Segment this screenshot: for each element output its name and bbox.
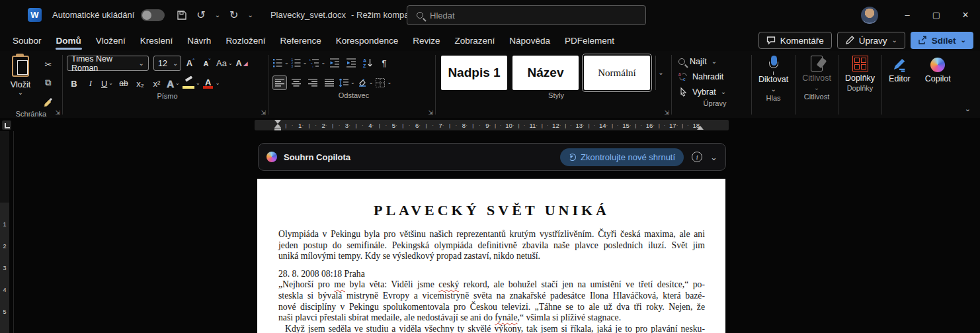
search-input[interactable]: Hledat: [407, 5, 646, 25]
paste-button[interactable]: Vložit ⌄: [5, 56, 36, 109]
qat-overflow-icon[interactable]: ⌄: [248, 12, 253, 19]
document-body: Olympiáda v Pekingu byla pro většinu naš…: [278, 229, 705, 333]
style-nadpis-1[interactable]: Nadpis 1: [441, 56, 507, 90]
select-button[interactable]: Vybrat ⌄: [678, 86, 751, 98]
tab-pdfelement[interactable]: PDFelement: [557, 32, 622, 50]
cut-button[interactable]: ✂: [41, 57, 56, 71]
replace-button[interactable]: b c Nahradit: [678, 71, 751, 83]
grow-font-button[interactable]: Aˆ: [183, 56, 198, 71]
align-right-icon: [307, 77, 318, 88]
align-left-button[interactable]: [272, 75, 287, 90]
search-placeholder: Hledat: [430, 11, 455, 21]
italic-button[interactable]: I: [83, 76, 98, 91]
show-marks-button[interactable]: ¶: [377, 56, 391, 70]
font-dialog-launcher[interactable]: ⇲: [261, 109, 266, 116]
align-center-button[interactable]: [289, 75, 304, 90]
justify-icon: [324, 77, 335, 88]
font-color-button[interactable]: A ⌄: [202, 76, 220, 91]
underline-button[interactable]: U⌄: [100, 76, 114, 91]
font-size-select[interactable]: 12 ⌄: [153, 56, 181, 71]
tab-kreslení[interactable]: Kreslení: [133, 32, 181, 50]
comments-button[interactable]: Komentáře: [758, 32, 832, 49]
highlight-color-button[interactable]: ⌄: [183, 76, 200, 91]
autosave-toggle[interactable]: [141, 9, 165, 21]
superscript-button[interactable]: x²: [149, 76, 164, 91]
paragraph-dialog-launcher[interactable]: ⇲: [428, 109, 433, 116]
undo-icon[interactable]: ↺: [196, 10, 205, 21]
copy-button[interactable]: ⧉: [41, 75, 56, 90]
sort-button[interactable]: AZ: [360, 56, 375, 70]
share-button[interactable]: Sdílet ⌄: [911, 32, 973, 49]
addins-button[interactable]: Doplňky: [838, 56, 881, 83]
tab-nápověda[interactable]: Nápověda: [502, 32, 557, 50]
tab-vložení[interactable]: Vložení: [89, 32, 133, 50]
user-avatar[interactable]: [861, 7, 878, 24]
paste-chevron-icon: ⌄: [18, 89, 23, 96]
font-name-select[interactable]: Times New Roman ⌄: [67, 56, 149, 71]
line-spacing-button[interactable]: ⌄: [339, 75, 355, 90]
redo-icon[interactable]: ↻: [229, 10, 238, 21]
bold-button[interactable]: B: [67, 76, 81, 91]
document-heading: PLAVECKÝ SVĚT UNIKÁ: [278, 202, 705, 219]
styles-dialog-launcher[interactable]: ⇲: [664, 109, 669, 116]
styles-gallery-more[interactable]: ⌄: [655, 56, 666, 90]
decrease-indent-button[interactable]: [327, 56, 342, 70]
shading-button[interactable]: ⌄: [357, 75, 374, 90]
maximize-button[interactable]: ▢: [922, 0, 951, 30]
borders-button[interactable]: ⌄: [375, 75, 391, 90]
tab-rozložení[interactable]: Rozložení: [218, 32, 272, 50]
word-logo-icon[interactable]: W: [28, 8, 42, 22]
format-painter-button[interactable]: [41, 94, 56, 109]
minimize-button[interactable]: –: [893, 0, 922, 30]
tab-selector[interactable]: [2, 120, 11, 130]
document-text-line: steskla si bývalá mistryně Evropy a vice…: [278, 291, 705, 302]
undo-chevron-icon[interactable]: ⌄: [215, 12, 220, 19]
strikethrough-button[interactable]: ab: [116, 76, 131, 91]
right-indent-marker[interactable]: [697, 126, 704, 130]
tab-návrh[interactable]: Návrh: [180, 32, 218, 50]
increase-indent-button[interactable]: [344, 56, 358, 70]
editing-mode-button[interactable]: Úpravy ⌄: [837, 32, 905, 49]
hanging-indent-marker[interactable]: [274, 124, 281, 128]
document-page[interactable]: PLAVECKÝ SVĚT UNIKÁ Olympiáda v Pekingu …: [257, 179, 725, 333]
save-icon[interactable]: [177, 10, 187, 21]
justify-button[interactable]: [322, 75, 337, 90]
tab-reference[interactable]: Reference: [272, 32, 328, 50]
autosave-label: Automatické ukládání: [52, 10, 134, 20]
decrease-indent-icon: [329, 58, 340, 68]
copilot-icon: [266, 152, 277, 162]
clipboard-dialog-launcher[interactable]: ⇲: [55, 109, 60, 116]
vertical-ruler[interactable]: 12345: [0, 131, 9, 333]
subscript-button[interactable]: x₂: [133, 76, 147, 91]
editor-button[interactable]: Editor: [882, 58, 917, 119]
multilevel-list-button[interactable]: 1ai ⌄: [309, 56, 325, 70]
style-normální[interactable]: Normální: [584, 56, 650, 90]
tab-revize[interactable]: Revize: [405, 32, 447, 50]
align-right-button[interactable]: [306, 75, 320, 90]
tab-korespondence[interactable]: Korespondence: [329, 32, 406, 50]
info-icon[interactable]: i: [692, 152, 702, 162]
tab-domů[interactable]: Domů: [49, 32, 89, 50]
comment-icon: [766, 36, 776, 45]
tab-zobrazení[interactable]: Zobrazení: [448, 32, 503, 50]
clear-formatting-button[interactable]: A◢: [235, 56, 249, 71]
sort-icon: AZ: [362, 58, 373, 68]
left-indent-marker[interactable]: [274, 128, 281, 130]
copilot-button[interactable]: Copilot: [919, 58, 958, 119]
collapse-ribbon-icon[interactable]: ⌄: [965, 105, 971, 113]
style-název[interactable]: Název: [512, 56, 579, 90]
bullets-button[interactable]: ⌄: [272, 56, 289, 70]
document-text-line: jeden postup do semifinále. Pekingská ol…: [278, 240, 705, 252]
tab-soubor[interactable]: Soubor: [5, 32, 49, 50]
find-button[interactable]: Najít ⌄: [678, 56, 751, 68]
check-new-summary-button[interactable]: Zkontrolujte nové shrnutí: [560, 148, 684, 166]
horizontal-ruler[interactable]: ·|·1·|·2·|·3·|·4·|·5·|·6·|·7·|·8·|·9·|·1…: [255, 120, 729, 130]
copilot-bar-chevron-icon[interactable]: ⌄: [710, 153, 717, 162]
paragraph-group-label: Odstavec: [272, 90, 435, 103]
shrink-font-button[interactable]: Aˇ: [200, 56, 214, 71]
numbering-button[interactable]: 123 ⌄: [291, 56, 307, 70]
dictate-button[interactable]: Diktovat ⌄: [752, 56, 795, 93]
text-effects-button[interactable]: A⌄: [166, 76, 181, 91]
close-button[interactable]: ✕: [951, 0, 980, 30]
change-case-button[interactable]: Aa⌄: [216, 56, 233, 71]
